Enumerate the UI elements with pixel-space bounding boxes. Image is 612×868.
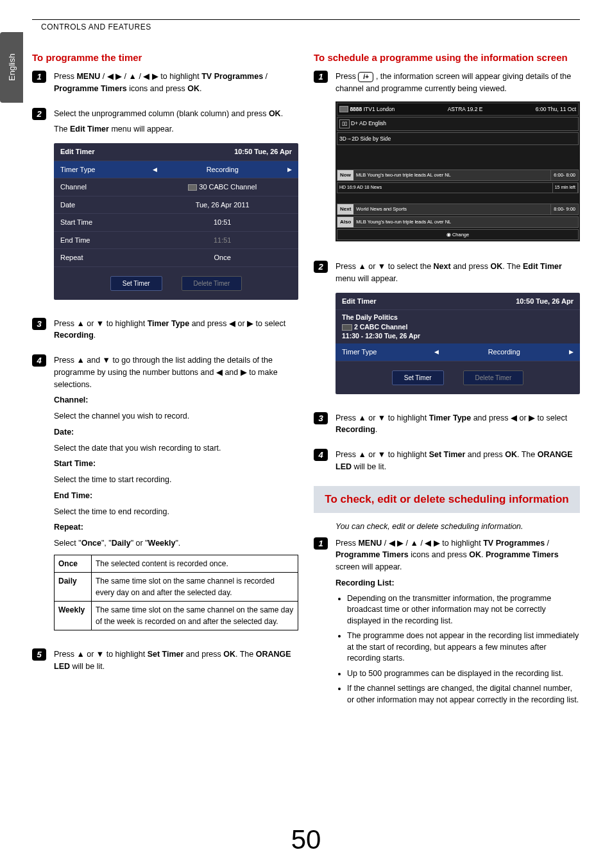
text: / [263,72,268,81]
timer-row-start[interactable]: Start Time 10:51 [54,214,298,232]
text: / ◀ ▶ / ▲ / ◀ ▶ to highlight [100,72,201,81]
step-num-3-icon: 3 [32,318,46,330]
chevron-right-icon[interactable]: ▶ [287,166,292,175]
timer-row-date[interactable]: Date Tue, 26 Apr 2011 [54,196,298,214]
now-row[interactable]: Now MLB Young's two-run triple leads AL … [337,169,579,181]
section-title-right: To schedule a programme using the inform… [314,52,580,63]
programme-icons: HD 16:9 AD 18 News [337,183,553,193]
timer-row-repeat[interactable]: Repeat Once [54,249,298,267]
text: icons and press [409,550,470,559]
weekly-label: Weekly [148,539,176,548]
dolby-icon: ▯▯ [339,119,350,128]
section-title-left: To programme the timer [32,52,298,63]
value: 11:51 [153,235,292,246]
once-key: Once [55,555,92,572]
text: " or " [131,539,148,548]
header-section: CONTROLS AND FEATURES [32,22,580,31]
value: Recording [207,166,239,173]
step-num-1-icon: 1 [32,71,46,83]
right-step-4: 4 Press ▲ or ▼ to highlight Set Timer an… [314,449,580,477]
change-label: Change [452,232,469,238]
table-row: Once The selected content is recorded on… [55,555,298,572]
text: . [281,109,283,118]
text: Select " [54,539,81,548]
text: icons and press [127,84,188,93]
text: ", " [101,539,112,548]
text: . The [502,262,523,271]
text: and press [465,450,505,459]
next-row[interactable]: Next World News and Sports 8:00- 9:00 [337,204,579,215]
date-heading: Date: [54,426,298,438]
programme-timers-label: Programme Timers [336,550,409,559]
step-num-4-icon: 4 [32,354,46,367]
set-timer-button[interactable]: Set Timer [392,370,444,385]
daily-desc: The same time slot on the same channel i… [92,572,298,601]
section-check-edit-delete: To check, edit or delete scheduling info… [314,486,580,513]
satellite-name: ASTRA 19.2 E [448,105,483,114]
channel-label: 2 CABC Channel [354,323,407,331]
ok-key-label: OK [269,109,281,118]
ok-key-label: OK [505,450,517,459]
timer-row-timer-type[interactable]: Timer Type ◀Recording▶ [336,343,580,361]
timer-type-label: Timer Type [429,413,472,422]
step-num-2-icon: 2 [314,261,328,273]
text: . [481,550,486,559]
edit-timer-title: Edit Timer [342,296,377,307]
left-step-1: 1 Press MENU / ◀ ▶ / ▲ / ◀ ▶ to highligh… [32,71,298,99]
text: Select the channel you wish to record. [54,410,298,422]
text: screen will appear. [336,562,402,571]
chevron-right-icon[interactable]: ▶ [569,348,574,357]
chevron-left-icon[interactable]: ◀ [434,348,439,357]
table-row: Weekly The same time slot on the same ch… [55,601,298,630]
step-num-5-icon: 5 [32,648,46,661]
text: menu will appear. [336,274,398,283]
also-row[interactable]: Also MLB Young's two-run triple leads AL… [337,216,579,228]
recording-label: Recording [54,331,94,340]
text: will be lit. [70,662,105,671]
programme-icon-row: HD 16:9 AD 18 News 15 min left [337,182,579,193]
also-tag: Also [337,217,353,227]
recording-label: Recording [336,425,375,434]
step-num-1-icon: 1 [314,71,328,83]
time-span: 11:30 - 12:30 Tue, 26 Apr [342,331,574,341]
now-title: MLB Young's two-run triple leads AL over… [353,170,550,180]
timer-row-timer-type[interactable]: Timer Type ◀Recording▶ [54,161,298,179]
right-step-2: 2 Press ▲ or ▼ to select the Next and pr… [314,261,580,403]
text: . [94,331,96,340]
bottom-step-1: 1 Press MENU / ◀ ▶ / ▲ / ◀ ▶ to highligh… [314,537,580,710]
step-num-3-icon: 3 [314,412,328,424]
text: D+ AD English [351,120,386,126]
edit-timer-label: Edit Timer [70,125,109,134]
text: Press [336,72,358,81]
text: . [200,84,201,93]
table-row: Daily The same time slot on the same cha… [55,572,298,601]
time-left: 15 min left [553,183,578,193]
set-timer-button[interactable]: Set Timer [110,276,162,291]
now-tag: Now [337,170,353,180]
chevron-left-icon[interactable]: ◀ [153,166,157,175]
programme-name: The Daily Politics [342,313,574,322]
timer-type-label: Timer Type [148,319,190,328]
timer-row-end[interactable]: End Time 11:51 [54,232,298,250]
text: Press ▲ or ▼ to highlight [336,450,429,459]
left-column: To programme the timer 1 Press MENU / ◀ … [32,52,298,718]
value: 10:51 [153,217,292,228]
list-item: Depending on the transmitter information… [347,593,580,627]
text: . The [235,650,256,659]
list-item: Up to 500 programmes can be displayed in… [347,668,580,680]
left-step-5: 5 Press ▲ or ▼ to highlight Set Timer an… [32,648,298,677]
channel-thumb-icon [188,184,197,191]
ok-key-label: OK [491,262,503,271]
header-rule [32,19,580,20]
label: Timer Type [342,347,434,358]
next-label: Next [434,262,451,271]
ok-key-label: OK [469,550,481,559]
step-num-2-icon: 2 [32,108,46,120]
edit-timer-title: Edit Timer [60,146,95,157]
delete-timer-button[interactable]: Delete Timer [182,276,242,291]
ok-key-label: OK [187,84,200,93]
delete-timer-button[interactable]: Delete Timer [463,370,524,385]
timer-row-channel[interactable]: Channel 30 CABC Channel [54,178,298,196]
text: Select the time to start recording. [54,474,298,486]
step-num-4-icon: 4 [314,449,328,461]
